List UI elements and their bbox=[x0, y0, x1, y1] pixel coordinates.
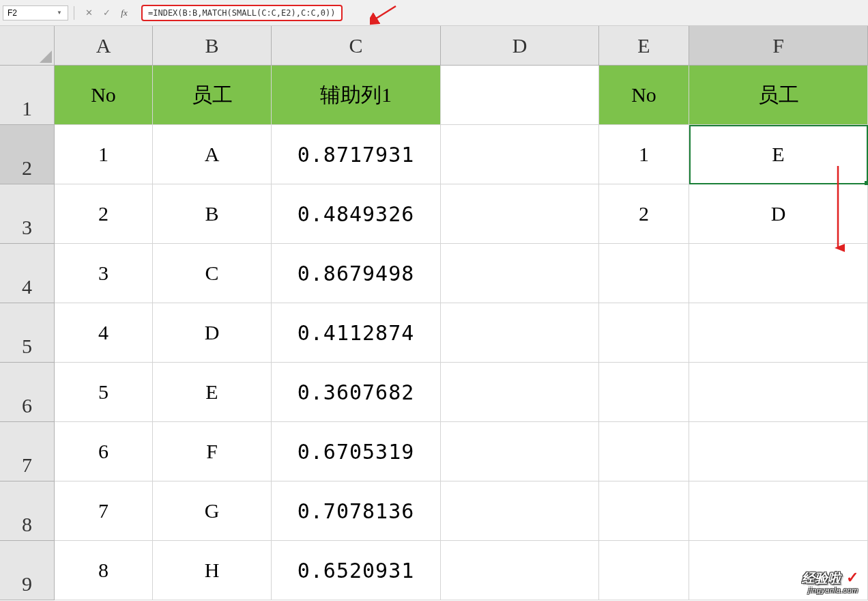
cell-F8[interactable] bbox=[689, 481, 868, 541]
cell-E8[interactable] bbox=[599, 481, 689, 541]
cell-D6[interactable] bbox=[441, 363, 599, 422]
cell-B2[interactable]: A bbox=[153, 125, 272, 184]
cell-D9[interactable] bbox=[441, 541, 599, 600]
cell-A8[interactable]: 7 bbox=[55, 481, 153, 541]
formula-bar-buttons: ✕ ✓ fx bbox=[77, 7, 136, 19]
cell-B5[interactable]: D bbox=[153, 303, 272, 363]
cell-E2[interactable]: 1 bbox=[599, 125, 689, 184]
cell-E6[interactable] bbox=[599, 363, 689, 422]
cell-C8[interactable]: 0.7078136 bbox=[272, 481, 441, 541]
cell-B1[interactable]: 员工 bbox=[153, 66, 272, 125]
cell-C7[interactable]: 0.6705319 bbox=[272, 422, 441, 481]
name-box[interactable]: F2 ▼ bbox=[3, 5, 68, 20]
cell-C3[interactable]: 0.4849326 bbox=[272, 184, 441, 244]
cell-B4[interactable]: C bbox=[153, 244, 272, 303]
cell-B9[interactable]: H bbox=[153, 541, 272, 600]
annotation-arrow-down bbox=[831, 163, 845, 258]
watermark-text: 经验啦 bbox=[802, 571, 841, 585]
svg-line-1 bbox=[374, 6, 396, 20]
cell-A1[interactable]: No bbox=[55, 66, 153, 125]
formula-input[interactable]: =INDEX(B:B,MATCH(SMALL(C:C,E2),C:C,0)) bbox=[141, 5, 343, 21]
cancel-button[interactable]: ✕ bbox=[83, 7, 95, 19]
cell-F7[interactable] bbox=[689, 422, 868, 481]
cells-grid: No 员工 辅助列1 No 员工 1 A 0.8717931 1 E 2 B 0… bbox=[55, 66, 868, 600]
cell-E3[interactable]: 2 bbox=[599, 184, 689, 244]
cell-C1[interactable]: 辅助列1 bbox=[272, 66, 441, 125]
row-header-8[interactable]: 8 bbox=[0, 481, 55, 541]
cell-E1[interactable]: No bbox=[599, 66, 689, 125]
row-header-4[interactable]: 4 bbox=[0, 244, 55, 303]
cell-D4[interactable] bbox=[441, 244, 599, 303]
cell-E7[interactable] bbox=[599, 422, 689, 481]
cell-B3[interactable]: B bbox=[153, 184, 272, 244]
row-headers: 1 2 3 4 5 6 7 8 9 bbox=[0, 66, 55, 600]
cell-A6[interactable]: 5 bbox=[55, 363, 153, 422]
name-box-dropdown-icon[interactable]: ▼ bbox=[55, 10, 63, 16]
cell-E4[interactable] bbox=[599, 244, 689, 303]
cell-D2[interactable] bbox=[441, 125, 599, 184]
cell-F1[interactable]: 员工 bbox=[689, 66, 868, 125]
row-header-5[interactable]: 5 bbox=[0, 303, 55, 363]
annotation-arrow-formula bbox=[370, 5, 397, 25]
column-headers: A B C D E F bbox=[0, 26, 868, 66]
cell-B6[interactable]: E bbox=[153, 363, 272, 422]
cell-A7[interactable]: 6 bbox=[55, 422, 153, 481]
cell-C4[interactable]: 0.8679498 bbox=[272, 244, 441, 303]
cell-E5[interactable] bbox=[599, 303, 689, 363]
cell-D3[interactable] bbox=[441, 184, 599, 244]
row-header-6[interactable]: 6 bbox=[0, 363, 55, 422]
watermark-url: jingyanla.com bbox=[802, 586, 858, 594]
cell-C2[interactable]: 0.8717931 bbox=[272, 125, 441, 184]
watermark: 经验啦 ✓ jingyanla.com bbox=[802, 569, 858, 594]
cell-C9[interactable]: 0.6520931 bbox=[272, 541, 441, 600]
cell-D5[interactable] bbox=[441, 303, 599, 363]
col-header-E[interactable]: E bbox=[599, 26, 689, 65]
cell-F5[interactable] bbox=[689, 303, 868, 363]
formula-bar: F2 ▼ ✕ ✓ fx =INDEX(B:B,MATCH(SMALL(C:C,E… bbox=[0, 0, 868, 26]
col-header-D[interactable]: D bbox=[441, 26, 599, 65]
col-header-A[interactable]: A bbox=[55, 26, 153, 65]
cell-A3[interactable]: 2 bbox=[55, 184, 153, 244]
row-header-3[interactable]: 3 bbox=[0, 184, 55, 244]
divider bbox=[74, 6, 74, 20]
cell-A9[interactable]: 8 bbox=[55, 541, 153, 600]
row-header-7[interactable]: 7 bbox=[0, 422, 55, 481]
cell-B8[interactable]: G bbox=[153, 481, 272, 541]
cell-C6[interactable]: 0.3607682 bbox=[272, 363, 441, 422]
fx-button[interactable]: fx bbox=[118, 7, 130, 19]
col-header-F[interactable]: F bbox=[689, 26, 868, 65]
cell-A4[interactable]: 3 bbox=[55, 244, 153, 303]
cell-D8[interactable] bbox=[441, 481, 599, 541]
row-header-9[interactable]: 9 bbox=[0, 541, 55, 600]
confirm-button[interactable]: ✓ bbox=[100, 7, 113, 19]
cell-A2[interactable]: 1 bbox=[55, 125, 153, 184]
cell-B7[interactable]: F bbox=[153, 422, 272, 481]
name-box-value: F2 bbox=[8, 8, 55, 18]
row-header-1[interactable]: 1 bbox=[0, 66, 55, 125]
spreadsheet: A B C D E F 1 2 3 4 5 6 7 8 9 No 员工 辅助列1… bbox=[0, 26, 868, 600]
col-header-B[interactable]: B bbox=[153, 26, 272, 65]
cell-A5[interactable]: 4 bbox=[55, 303, 153, 363]
cell-C5[interactable]: 0.4112874 bbox=[272, 303, 441, 363]
cell-E9[interactable] bbox=[599, 541, 689, 600]
cell-D7[interactable] bbox=[441, 422, 599, 481]
col-header-C[interactable]: C bbox=[272, 26, 441, 65]
row-header-2[interactable]: 2 bbox=[0, 125, 55, 184]
select-all-triangle[interactable] bbox=[0, 26, 55, 65]
watermark-check-icon: ✓ bbox=[846, 569, 858, 586]
cell-D1[interactable] bbox=[441, 66, 599, 125]
cell-F6[interactable] bbox=[689, 363, 868, 422]
